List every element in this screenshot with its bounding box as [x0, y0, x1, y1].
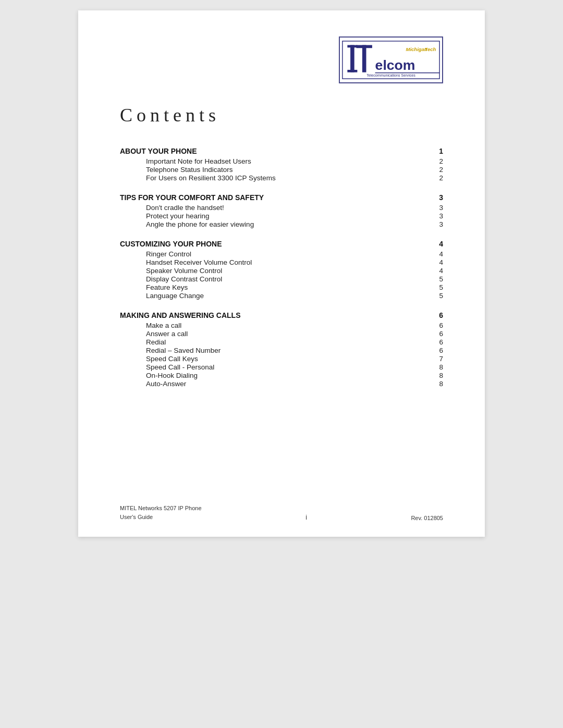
footer-page-number: i [305, 514, 307, 521]
list-item: Redial 6 [146, 338, 443, 346]
list-item: Feature Keys 5 [146, 283, 443, 291]
svg-text:Tech: Tech [425, 46, 436, 52]
list-item: Auto-Answer 8 [146, 380, 443, 388]
svg-rect-2 [347, 45, 357, 48]
list-item: Important Note for Headset Users 2 [146, 157, 443, 165]
toc-items-calls: Make a call 6 Answer a call 6 Redial 6 R… [146, 322, 443, 388]
toc-item-page: 4 [433, 267, 443, 275]
list-item: Language Change 5 [146, 292, 443, 300]
toc-section-title-about: ABOUT YOUR PHONE [120, 147, 197, 155]
svg-rect-5 [362, 45, 366, 72]
toc-item-page: 2 [433, 157, 443, 165]
toc-section-header-tips: TIPS FOR YOUR COMFORT AND SAFETY 3 [120, 193, 443, 202]
logo-box: elcom Michigan Tech Telecommunications S… [339, 36, 443, 83]
toc-item-page: 6 [433, 347, 443, 354]
toc-item-page: 7 [433, 355, 443, 363]
list-item: Angle the phone for easier viewing 3 [146, 220, 443, 228]
toc-item-page: 3 [433, 204, 443, 212]
toc-item-page: 5 [433, 275, 443, 283]
toc-item-page: 6 [433, 330, 443, 338]
toc-item-label: Auto-Answer [146, 380, 186, 388]
toc-item-page: 3 [433, 220, 443, 228]
toc-item-label: Important Note for Headset Users [146, 157, 251, 165]
toc-item-label: Speaker Volume Control [146, 267, 222, 275]
toc-section-tips: TIPS FOR YOUR COMFORT AND SAFETY 3 Don't… [120, 193, 443, 228]
svg-text:elcom: elcom [375, 57, 415, 73]
toc-section-header-about: ABOUT YOUR PHONE 1 [120, 147, 443, 155]
toc-item-label: Angle the phone for easier viewing [146, 220, 254, 228]
toc-section-header-customizing: CUSTOMIZING YOUR PHONE 4 [120, 240, 443, 248]
toc-section-page-calls: 6 [433, 311, 443, 319]
toc-item-label: Redial – Saved Number [146, 347, 221, 354]
toc-item-page: 2 [433, 174, 443, 182]
toc-item-page: 8 [433, 372, 443, 379]
toc-item-label: Redial [146, 338, 166, 346]
toc-item-page: 5 [433, 292, 443, 300]
list-item: On-Hook Dialing 8 [146, 372, 443, 379]
list-item: Telephone Status Indicators 2 [146, 166, 443, 174]
footer-left: MITEL Networks 5207 IP Phone User's Guid… [120, 504, 202, 521]
footer-guide-label: User's Guide [120, 513, 202, 522]
toc-item-page: 6 [433, 338, 443, 346]
toc-item-page: 8 [433, 380, 443, 388]
page: elcom Michigan Tech Telecommunications S… [78, 10, 485, 537]
list-item: Redial – Saved Number 6 [146, 347, 443, 354]
toc-item-page: 8 [433, 363, 443, 371]
toc-item-page: 6 [433, 322, 443, 329]
toc-section-header-calls: MAKING AND ANSWERING CALLS 6 [120, 311, 443, 319]
logo-area: elcom Michigan Tech Telecommunications S… [120, 36, 443, 83]
footer-revision: Rev. 012805 [411, 515, 443, 521]
toc-item-page: 5 [433, 283, 443, 291]
toc-items-about: Important Note for Headset Users 2 Telep… [146, 157, 443, 182]
toc-item-label: Make a call [146, 322, 181, 329]
svg-rect-3 [347, 70, 357, 72]
toc-item-label: Speed Call Keys [146, 355, 198, 363]
toc-item-label: Handset Receiver Volume Control [146, 258, 252, 266]
toc-section-page-customizing: 4 [433, 240, 443, 248]
svg-text:Telecommunications Services: Telecommunications Services [366, 73, 415, 78]
page-title: Contents [120, 104, 443, 129]
svg-text:Michigan: Michigan [406, 46, 427, 52]
list-item: Display Contrast Control 5 [146, 275, 443, 283]
toc-item-label: Feature Keys [146, 283, 188, 291]
toc-item-label: Telephone Status Indicators [146, 166, 233, 174]
page-footer: MITEL Networks 5207 IP Phone User's Guid… [120, 504, 443, 521]
toc-items-tips: Don't cradle the handset! 3 Protect your… [146, 204, 443, 228]
toc-item-label: On-Hook Dialing [146, 372, 198, 379]
toc-item-label: Display Contrast Control [146, 275, 222, 283]
toc-item-label: Ringer Control [146, 250, 191, 258]
toc-container: ABOUT YOUR PHONE 1 Important Note for He… [120, 147, 443, 388]
toc-item-label: Answer a call [146, 330, 188, 338]
logo-svg: elcom Michigan Tech Telecommunications S… [341, 39, 440, 81]
svg-rect-1 [350, 45, 354, 72]
list-item: Protect your hearing 3 [146, 212, 443, 220]
toc-item-page: 3 [433, 212, 443, 220]
toc-item-label: For Users on Resilient 3300 ICP Systems [146, 174, 276, 182]
list-item: Ringer Control 4 [146, 250, 443, 258]
toc-items-customizing: Ringer Control 4 Handset Receiver Volume… [146, 250, 443, 300]
list-item: Speed Call - Personal 8 [146, 363, 443, 371]
toc-item-label: Speed Call - Personal [146, 363, 214, 371]
toc-section-page-about: 1 [433, 147, 443, 155]
toc-item-page: 2 [433, 166, 443, 174]
toc-item-page: 4 [433, 258, 443, 266]
list-item: Don't cradle the handset! 3 [146, 204, 443, 212]
toc-section-calls: MAKING AND ANSWERING CALLS 6 Make a call… [120, 311, 443, 388]
toc-section-page-tips: 3 [433, 193, 443, 202]
toc-item-label: Don't cradle the handset! [146, 204, 224, 212]
list-item: Speed Call Keys 7 [146, 355, 443, 363]
list-item: Handset Receiver Volume Control 4 [146, 258, 443, 266]
list-item: For Users on Resilient 3300 ICP Systems … [146, 174, 443, 182]
toc-section-title-customizing: CUSTOMIZING YOUR PHONE [120, 240, 222, 248]
toc-item-page: 4 [433, 250, 443, 258]
list-item: Speaker Volume Control 4 [146, 267, 443, 275]
toc-item-label: Protect your hearing [146, 212, 210, 220]
toc-section-title-tips: TIPS FOR YOUR COMFORT AND SAFETY [120, 193, 264, 202]
footer-product-name: MITEL Networks 5207 IP Phone [120, 504, 202, 513]
toc-section-title-calls: MAKING AND ANSWERING CALLS [120, 311, 241, 319]
toc-section-about: ABOUT YOUR PHONE 1 Important Note for He… [120, 147, 443, 182]
toc-section-customizing: CUSTOMIZING YOUR PHONE 4 Ringer Control … [120, 240, 443, 300]
toc-item-label: Language Change [146, 292, 204, 300]
list-item: Answer a call 6 [146, 330, 443, 338]
list-item: Make a call 6 [146, 322, 443, 329]
